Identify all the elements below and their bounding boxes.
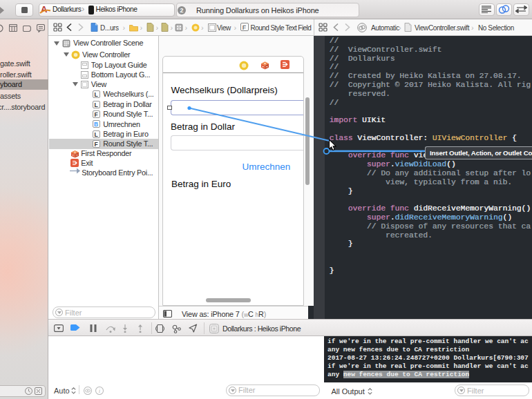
svg-text:i: i <box>99 387 101 394</box>
